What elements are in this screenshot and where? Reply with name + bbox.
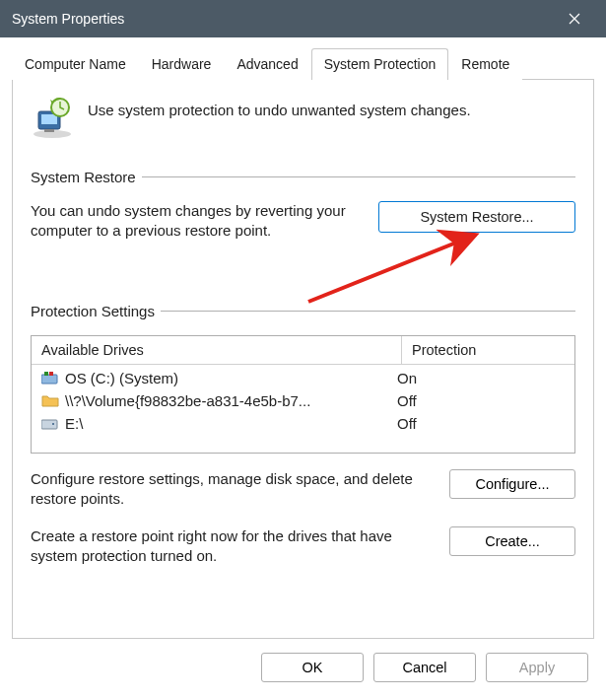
drive-status: On [397,370,565,386]
svg-rect-8 [49,372,53,376]
tab-strip: Computer Name Hardware Advanced System P… [12,47,594,79]
svg-rect-9 [41,420,57,429]
create-button[interactable]: Create... [449,526,575,556]
drive-label: OS (C:) (System) [65,370,397,386]
drives-header: Available Drives Protection [32,336,574,365]
protection-settings-legend: Protection Settings [31,303,155,319]
tab-remote[interactable]: Remote [448,48,522,80]
drive-label: E:\ [65,415,397,432]
window-title: System Properties [12,11,124,27]
divider [161,311,575,312]
ok-button[interactable]: OK [261,653,364,682]
svg-rect-7 [44,372,48,376]
configure-desc: Configure restore settings, manage disk … [31,469,432,510]
system-restore-desc: You can undo system changes by reverting… [31,201,361,242]
divider [142,176,575,177]
titlebar: System Properties [0,0,606,37]
svg-rect-10 [52,423,54,425]
intro-text: Use system protection to undo unwanted s… [88,96,471,118]
drive-label: \\?\Volume{f98832be-a831-4e5b-b7... [65,392,397,409]
drives-listview[interactable]: Available Drives Protection OS (C:) (Sys… [31,335,575,454]
drive-row[interactable]: OS (C:) (System) On [32,367,574,389]
dialog-footer: OK Cancel Apply [0,639,606,700]
tab-system-protection[interactable]: System Protection [311,48,449,80]
svg-rect-6 [41,375,57,384]
cancel-button[interactable]: Cancel [373,653,476,682]
tab-computer-name[interactable]: Computer Name [12,48,139,80]
tab-hardware[interactable]: Hardware [139,48,225,80]
system-properties-dialog: System Properties Computer Name Hardware… [0,0,606,700]
col-protection[interactable]: Protection [402,336,574,364]
system-restore-button[interactable]: System Restore... [378,201,575,233]
svg-rect-3 [44,129,54,132]
close-icon [569,13,580,25]
drive-row[interactable]: E:\ Off [32,412,574,435]
folder-icon [41,392,61,408]
drive-icon [41,415,61,431]
drive-status: Off [397,415,565,432]
svg-rect-2 [41,114,57,124]
drive-os-icon [41,370,61,385]
apply-button[interactable]: Apply [486,653,588,682]
configure-button[interactable]: Configure... [449,469,575,499]
system-restore-legend: System Restore [31,169,136,185]
tab-advanced[interactable]: Advanced [224,48,310,80]
col-available-drives[interactable]: Available Drives [32,336,402,364]
drive-status: Off [397,392,565,409]
close-button[interactable] [555,0,594,37]
intro-row: Use system protection to undo unwanted s… [31,96,575,139]
system-restore-icon [31,96,74,139]
protection-settings-group: Protection Settings Available Drives Pro… [31,303,575,567]
tab-panel: Use system protection to undo unwanted s… [12,79,594,639]
create-desc: Create a restore point right now for the… [31,526,432,567]
system-restore-group: System Restore You can undo system chang… [31,169,575,242]
drive-row[interactable]: \\?\Volume{f98832be-a831-4e5b-b7... Off [32,389,574,412]
